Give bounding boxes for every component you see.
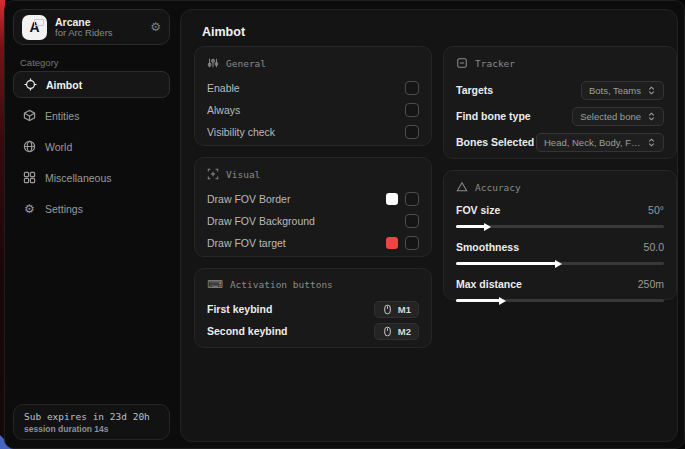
world-icon: [23, 140, 36, 153]
accuracy-card: Accuracy FOV size 50° Smoothne: [443, 170, 677, 300]
visibility-check-checkbox[interactable]: [405, 125, 419, 139]
sidebar-item-world[interactable]: World: [13, 133, 170, 160]
visual-card: Visual Draw FOV Border Draw FOV Backgrou…: [194, 157, 432, 257]
setting-row-bones-selected: Bones Selected Head, Neck, Body, Fe...: [456, 129, 664, 155]
row-label: Enable: [207, 82, 240, 94]
mouse-icon: [382, 304, 393, 315]
row-label: Draw FOV Background: [207, 215, 315, 227]
fov-target-checkbox[interactable]: [405, 236, 419, 250]
main-panel: Aimbot General Enable Always Visibility …: [180, 9, 678, 442]
setting-row-enable: Enable: [207, 77, 419, 99]
settings-gear-icon: ⚙: [23, 202, 36, 215]
sidebar-item-aimbot[interactable]: Aimbot: [13, 71, 170, 98]
brand-card: A Arcane for Arc Riders ⚙: [13, 9, 170, 45]
enable-checkbox[interactable]: [405, 81, 419, 95]
setting-row-smoothness: Smoothness 50.0: [456, 238, 664, 265]
sidebar: A Arcane for Arc Riders ⚙ Category Aimbo…: [5, 1, 177, 448]
max-distance-slider[interactable]: [456, 299, 664, 302]
sidebar-item-label: Miscellaneous: [45, 172, 112, 184]
setting-row-second-keybind: Second keybind M2: [207, 320, 419, 342]
second-keybind-button[interactable]: M2: [374, 323, 419, 340]
screen: A Arcane for Arc Riders ⚙ Category Aimbo…: [0, 0, 685, 449]
category-label: Category: [20, 57, 59, 68]
fov-border-checkbox[interactable]: [405, 192, 419, 206]
dropdown-value: Head, Neck, Body, Fe...: [544, 137, 641, 148]
triangle-icon: [456, 181, 468, 193]
row-controls: [386, 236, 419, 250]
sliders-icon: [207, 57, 219, 69]
fov-size-slider[interactable]: [456, 225, 664, 228]
first-keybind-button[interactable]: M1: [374, 301, 419, 318]
bones-selected-dropdown[interactable]: Head, Neck, Body, Fe...: [536, 133, 664, 152]
slider-thumb[interactable]: [499, 297, 506, 305]
setting-row-fov-border: Draw FOV Border: [207, 188, 419, 210]
row-label: Targets: [456, 84, 493, 96]
general-card-header: General: [207, 57, 419, 69]
row-label: Visibility check: [207, 126, 275, 138]
brand-text: Arcane for Arc Riders: [55, 16, 142, 39]
setting-row-find-bone-type: Find bone type Selected bone: [456, 103, 664, 129]
tracker-icon: [456, 57, 468, 69]
gear-icon[interactable]: ⚙: [150, 20, 161, 34]
row-label: Draw FOV Border: [207, 193, 290, 205]
smoothness-slider[interactable]: [456, 262, 664, 265]
setting-row-fov-size: FOV size 50°: [456, 201, 664, 228]
chevron-up-down-icon: [647, 86, 656, 95]
subscription-card: Sub expires in 23d 20h session duration …: [13, 404, 170, 440]
slider-value: 50°: [648, 204, 664, 216]
dropdown-value: Selected bone: [580, 111, 641, 122]
fov-border-color-swatch[interactable]: [386, 193, 398, 205]
setting-row-first-keybind: First keybind M1: [207, 298, 419, 320]
always-checkbox[interactable]: [405, 103, 419, 117]
page-title: Aimbot: [202, 25, 245, 39]
row-label: FOV size: [456, 204, 500, 216]
app-logo: A: [22, 15, 47, 40]
row-label: Find bone type: [456, 110, 531, 122]
setting-row-targets: Targets Bots, Teams: [456, 77, 664, 103]
fov-background-checkbox[interactable]: [405, 214, 419, 228]
tracker-card: Tracker Targets Bots, Teams Find bone ty…: [443, 46, 677, 159]
sidebar-item-entities[interactable]: Entities: [13, 102, 170, 129]
setting-row-fov-target: Draw FOV target: [207, 232, 419, 254]
fov-icon: [207, 168, 219, 180]
setting-row-max-distance: Max distance 250m: [456, 275, 664, 302]
app-subtitle: for Arc Riders: [55, 28, 142, 39]
mouse-icon: [382, 326, 393, 337]
grid-icon: [23, 171, 36, 184]
row-label: Draw FOV target: [207, 237, 286, 249]
keybind-value: M1: [398, 304, 411, 315]
general-card-title: General: [226, 58, 266, 69]
chevron-up-down-icon: [647, 138, 656, 147]
slider-fill: [456, 225, 485, 228]
general-card: General Enable Always Visibility check: [194, 46, 432, 146]
tracker-card-title: Tracker: [475, 58, 515, 69]
setting-row-visibility-check: Visibility check: [207, 121, 419, 143]
sidebar-item-miscellaneous[interactable]: Miscellaneous: [13, 164, 170, 191]
find-bone-type-dropdown[interactable]: Selected bone: [572, 107, 664, 126]
activation-card-header: ⌨ Activation buttons: [207, 279, 419, 290]
sidebar-item-label: Settings: [45, 203, 83, 215]
keybind-value: M2: [398, 326, 411, 337]
setting-row-fov-background: Draw FOV Background: [207, 210, 419, 232]
tracker-card-header: Tracker: [456, 57, 664, 69]
visual-card-header: Visual: [207, 168, 419, 180]
sidebar-item-settings[interactable]: ⚙ Settings: [13, 195, 170, 222]
targets-dropdown[interactable]: Bots, Teams: [581, 81, 664, 100]
slider-thumb[interactable]: [555, 260, 562, 268]
session-duration-text: session duration 14s: [24, 424, 159, 434]
sidebar-item-label: Entities: [45, 110, 79, 122]
entities-icon: [23, 109, 36, 122]
row-label: Second keybind: [207, 325, 288, 337]
sub-expiry-text: Sub expires in 23d 20h: [24, 411, 159, 422]
slider-thumb[interactable]: [484, 223, 491, 231]
row-controls: [386, 192, 419, 206]
row-label: First keybind: [207, 303, 272, 315]
fov-target-color-swatch[interactable]: [386, 237, 398, 249]
sidebar-item-label: Aimbot: [46, 79, 82, 91]
dropdown-value: Bots, Teams: [589, 85, 641, 96]
accuracy-card-title: Accuracy: [475, 182, 521, 193]
accuracy-card-header: Accuracy: [456, 181, 664, 193]
chevron-up-down-icon: [647, 112, 656, 121]
app-window: A Arcane for Arc Riders ⚙ Category Aimbo…: [4, 0, 685, 449]
row-label: Bones Selected: [456, 136, 534, 148]
